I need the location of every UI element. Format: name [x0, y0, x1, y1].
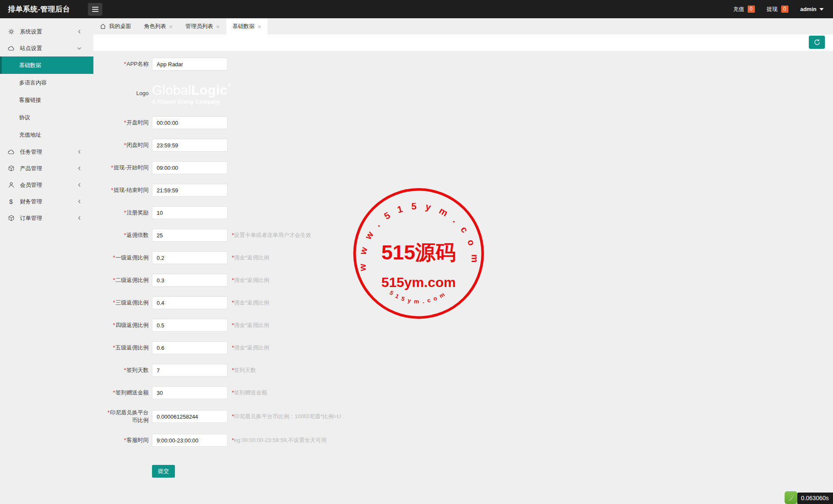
withdraw-start-time-input[interactable] — [152, 161, 228, 174]
form-row-withdraw-end: *提现-结束时间 — [93, 184, 833, 197]
user-menu[interactable]: admin — [800, 6, 824, 12]
tab-admin-list[interactable]: 管理员列表 × — [179, 18, 226, 34]
field-label: *提现-结束时间 — [93, 186, 149, 194]
cloud-icon — [8, 45, 14, 51]
form-row-signin-bonus: *签到赠送金额 *签到赠送金额 — [93, 386, 833, 399]
tab-label: 我的桌面 — [109, 23, 131, 30]
field-label: *二级返佣比例 — [93, 276, 149, 284]
tab-bar: 我的桌面 角色列表 × 管理员列表 × 基础数据 × — [93, 18, 833, 34]
close-time-input[interactable] — [152, 139, 228, 152]
home-icon — [100, 23, 106, 29]
sidebar-item-basic-data[interactable]: 基础数据 — [0, 56, 93, 74]
logo-subtitle: A Hitachi Group Company — [152, 99, 231, 104]
field-label: *开盘时间 — [93, 119, 149, 127]
rebate-multiple-input[interactable] — [152, 229, 228, 242]
field-label: *客服时间 — [93, 436, 149, 444]
tab-my-desktop[interactable]: 我的桌面 — [93, 18, 138, 34]
withdraw-link[interactable]: 提现 0 — [767, 6, 788, 13]
sidebar-group-member-management[interactable]: 会员管理 — [0, 177, 93, 193]
dollar-icon: $ — [8, 198, 14, 205]
level1-rebate-input[interactable] — [152, 251, 228, 264]
form-row-idr-rate: *印尼盾兑换平台币比例 *印尼盾兑换平台币比例：100印尼盾*比例=U — [93, 409, 833, 424]
sidebar-group-task-management[interactable]: 任务管理 — [0, 144, 93, 160]
refresh-button[interactable] — [809, 36, 825, 49]
form-row-level3-rebate: *三级返佣比例 *佣金*返佣比例 — [93, 296, 833, 309]
field-label: *签到天数 — [93, 366, 149, 374]
form-row-withdraw-start: *提现-开始时间 — [93, 161, 833, 174]
service-time-input[interactable] — [152, 434, 228, 447]
chevron-left-icon — [77, 29, 82, 34]
field-label: *闭盘时间 — [93, 141, 149, 149]
recharge-link[interactable]: 充值 0 — [733, 6, 755, 13]
user-icon — [8, 182, 14, 188]
field-label: *一级返佣比例 — [93, 254, 149, 262]
close-icon[interactable]: × — [258, 23, 262, 30]
recharge-count-badge: 0 — [748, 6, 755, 13]
sidebar-item-agreement[interactable]: 协议 — [0, 109, 93, 126]
trace-bar[interactable]: 0.063060s — [785, 491, 833, 504]
field-label: Logo — [93, 90, 149, 97]
caret-down-icon — [819, 8, 824, 11]
level5-rebate-input[interactable] — [152, 341, 228, 354]
field-hint: *印尼盾兑换平台币比例：100印尼盾*比例=U — [232, 413, 341, 420]
idr-exchange-rate-input[interactable] — [152, 410, 228, 423]
field-hint: *佣金*返佣比例 — [232, 321, 269, 329]
tab-label: 基础数据 — [233, 23, 255, 30]
field-hint: *签到赠送金额 — [232, 389, 267, 397]
thinkphp-logo-icon[interactable] — [785, 491, 797, 504]
chevron-left-icon — [77, 149, 82, 154]
cube-icon — [8, 165, 14, 172]
sidebar-item-multilanguage[interactable]: 多语言内容 — [0, 74, 93, 91]
signin-bonus-input[interactable] — [152, 386, 228, 399]
field-label: *APP名称 — [93, 60, 149, 68]
withdraw-end-time-input[interactable] — [152, 184, 228, 197]
tab-label: 角色列表 — [144, 23, 166, 30]
required-mark: * — [124, 61, 126, 67]
chevron-left-icon — [77, 183, 82, 187]
form-row-level1-rebate: *一级返佣比例 *佣金*返佣比例 — [93, 251, 833, 264]
sidebar-group-label: 订单管理 — [20, 214, 42, 222]
hamburger-icon — [92, 6, 98, 13]
sidebar-group-site-settings[interactable]: 站点设置 — [0, 40, 93, 56]
sidebar-item-service-link[interactable]: 客服链接 — [0, 91, 93, 109]
sidebar-group-finance-management[interactable]: $ 财务管理 — [0, 193, 93, 210]
tab-basic-data[interactable]: 基础数据 × — [226, 18, 268, 34]
sidebar-submenu: 基础数据 多语言内容 客服链接 协议 充值地址 — [0, 56, 93, 144]
level2-rebate-input[interactable] — [152, 274, 228, 287]
cube-icon — [8, 215, 14, 221]
submit-button[interactable]: 提交 — [152, 465, 175, 478]
sidebar-item-recharge-address[interactable]: 充值地址 — [0, 126, 93, 144]
hamburger-menu-button[interactable] — [88, 3, 102, 16]
form-row-rebate-multiple: *返佣倍数 *设置卡单或者连单用户才会生效 — [93, 229, 833, 242]
recharge-label: 充值 — [733, 6, 744, 13]
form-row-open-time: *开盘时间 — [93, 116, 833, 129]
level4-rebate-input[interactable] — [152, 319, 228, 332]
field-label: *提现-开始时间 — [93, 164, 149, 172]
sidebar-group-label: 会员管理 — [20, 181, 42, 189]
sidebar-group-label: 财务管理 — [20, 198, 42, 206]
form-row-logo: Logo GlobalLogic® A Hitachi Group Compan… — [93, 80, 833, 107]
form-row-level5-rebate: *五级返佣比例 *佣金*返佣比例 — [93, 341, 833, 354]
close-icon[interactable]: × — [216, 23, 220, 30]
chevron-left-icon — [77, 199, 82, 204]
chevron-left-icon — [77, 216, 82, 220]
form-row-service-time: *客服时间 *eg:00:00:00-23:59:59,不设置全天可用 — [93, 434, 833, 447]
sidebar-group-product-management[interactable]: 产品管理 — [0, 160, 93, 177]
chevron-left-icon — [77, 166, 82, 171]
field-label: *注册奖励 — [93, 209, 149, 217]
close-icon[interactable]: × — [169, 23, 173, 30]
withdraw-label: 提现 — [767, 6, 778, 13]
open-time-input[interactable] — [152, 116, 228, 129]
tab-role-list[interactable]: 角色列表 × — [138, 18, 179, 34]
register-reward-input[interactable] — [152, 206, 228, 219]
sidebar-group-order-management[interactable]: 订单管理 — [0, 210, 93, 226]
content-area: *APP名称 Logo GlobalLogic® A Hitachi Group… — [93, 51, 833, 504]
sidebar-group-system-settings[interactable]: 系统设置 — [0, 23, 93, 40]
form-row-level4-rebate: *四级返佣比例 *佣金*返佣比例 — [93, 319, 833, 332]
app-name-input[interactable] — [152, 58, 228, 70]
signin-days-input[interactable] — [152, 364, 228, 377]
field-hint: *设置卡单或者连单用户才会生效 — [232, 231, 311, 239]
level3-rebate-input[interactable] — [152, 296, 228, 309]
sidebar: 系统设置 站点设置 基础数据 多语言内容 客服链接 协议 充值地址 任务管理 — [0, 18, 93, 504]
username: admin — [800, 6, 816, 12]
